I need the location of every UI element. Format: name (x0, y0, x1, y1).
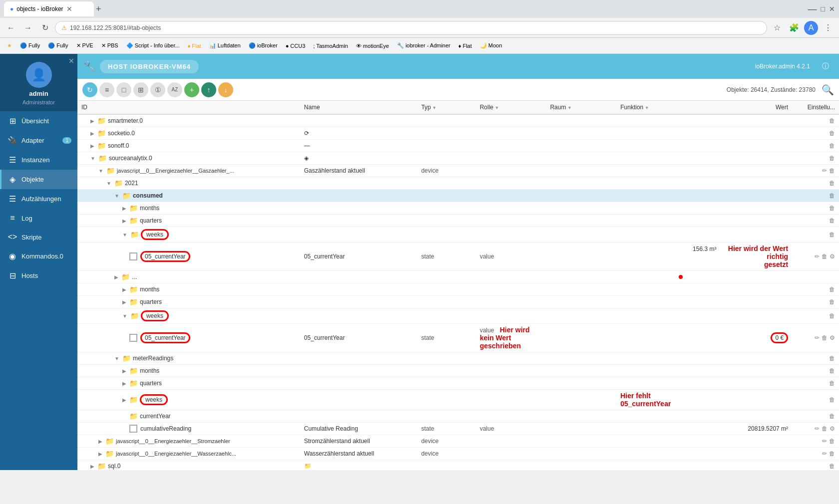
delete-btn[interactable]: 🗑 (829, 180, 835, 187)
new-tab-button[interactable]: + (96, 4, 101, 14)
settings-btn[interactable]: ⚙ (830, 334, 835, 341)
table-row[interactable]: ▼📁weeks 🗑 (77, 308, 839, 324)
bookmark-ccu3[interactable]: ● CCU3 (283, 42, 309, 50)
refresh-button[interactable]: ↻ (82, 82, 97, 97)
list-view-button[interactable]: ≡ (99, 82, 114, 97)
bookmark-adminer[interactable]: 🔧 iobroker - Adminer (394, 41, 453, 50)
sidebar-item-kommandos[interactable]: ◉ Kommandos.0 (0, 247, 77, 266)
table-row[interactable]: cumulativeReading Cumulative Reading sta… (77, 423, 839, 435)
expand-btn[interactable]: ▶ (121, 205, 127, 212)
delete-btn[interactable]: 🗑 (829, 142, 835, 149)
add-button[interactable]: + (184, 82, 199, 97)
table-row-selected[interactable]: ▼📁consumed 🗑 (77, 190, 839, 202)
delete-btn[interactable]: 🗑 (829, 217, 835, 224)
expand-btn[interactable]: ▶ (97, 450, 103, 458)
table-row[interactable]: ▶📁smartmeter.0 🗑 (77, 114, 839, 127)
sidebar-close-btn[interactable]: ✕ (68, 57, 74, 65)
sidebar-item-overview[interactable]: ⊞ Übersicht (0, 111, 77, 131)
reload-button[interactable]: ↻ (38, 21, 52, 35)
delete-btn[interactable]: 🗑 (829, 450, 835, 457)
delete-btn[interactable]: 🗑 (829, 286, 835, 293)
table-row[interactable]: ▼📁2021 🗑 (77, 177, 839, 190)
expand-btn[interactable]: ▶ (121, 396, 127, 404)
delete-btn[interactable]: 🗑 (829, 205, 835, 212)
sidebar-item-objekte[interactable]: ◈ Objekte (0, 170, 77, 189)
table-row[interactable]: ▶📁... (77, 271, 839, 283)
delete-btn[interactable]: 🗑 (829, 463, 835, 470)
table-row[interactable]: ▼📁sourceanalytix.0 ◈ 🗑 (77, 152, 839, 165)
expand-btn[interactable]: ▼ (97, 167, 104, 175)
table-row[interactable]: 📁currentYear 🗑 (77, 410, 839, 423)
col-rolle[interactable]: Rolle (476, 101, 546, 114)
delete-btn[interactable]: 🗑 (822, 253, 828, 260)
delete-btn[interactable]: 🗑 (822, 425, 828, 432)
expand-btn[interactable]: ▼ (113, 355, 120, 362)
edit-btn[interactable]: ✏ (815, 425, 820, 432)
delete-btn[interactable]: 🗑 (829, 413, 835, 420)
expand-btn[interactable]: ▶ (121, 380, 127, 387)
edit-btn[interactable]: ✏ (822, 167, 827, 174)
settings-btn[interactable]: ⚙ (830, 425, 835, 432)
info-button[interactable]: ⓘ (818, 59, 833, 74)
edit-btn[interactable]: ✏ (815, 253, 820, 260)
search-icon[interactable]: 🔍 (822, 84, 834, 96)
bookmark-star-item[interactable]: ★ (4, 41, 15, 50)
expand-btn[interactable]: ▶ (121, 298, 127, 306)
table-row[interactable]: ▶📁months 🗑 (77, 283, 839, 296)
bookmark-flat[interactable]: ♦ Flat (185, 42, 204, 50)
sort-az-button[interactable]: AZ (167, 82, 182, 97)
bookmark-pbs[interactable]: ✕ PBS (98, 41, 121, 50)
table-row[interactable]: 05_currentYear 05_currentYear state valu… (77, 243, 839, 271)
delete-btn[interactable]: 🗑 (829, 155, 835, 162)
bookmark-iobroker[interactable]: 🔵 ioBroker (246, 41, 281, 50)
sidebar-item-skripte[interactable]: <> Skripte (0, 228, 77, 247)
delete-btn[interactable]: 🗑 (829, 231, 835, 238)
expand-btn[interactable]: ▼ (89, 155, 96, 162)
expand-btn[interactable]: ▶ (89, 130, 95, 137)
expand-btn[interactable]: ▶ (121, 286, 127, 293)
checkbox[interactable] (129, 334, 137, 342)
expand-btn[interactable]: ▶ (89, 142, 95, 150)
sidebar-item-instanzen[interactable]: ☰ Instanzen (0, 150, 77, 170)
bookmark-tasmo[interactable]: ; TasmoAdmin (310, 42, 351, 50)
minimize-btn[interactable]: — (808, 4, 817, 14)
table-row[interactable]: ▼📁meterReadings 🗑 (77, 352, 839, 365)
export-button[interactable]: ↓ (218, 82, 233, 97)
delete-btn[interactable]: 🗑 (822, 334, 828, 341)
delete-btn[interactable]: 🗑 (829, 396, 835, 403)
view-btn2[interactable]: ⊞ (133, 82, 148, 97)
delete-btn[interactable]: 🗑 (829, 192, 835, 199)
back-button[interactable]: ← (4, 21, 18, 35)
tab-close-btn[interactable]: ✕ (66, 5, 72, 13)
edit-btn[interactable]: ✏ (822, 450, 827, 457)
delete-btn[interactable]: 🗑 (829, 380, 835, 387)
delete-btn[interactable]: 🗑 (829, 355, 835, 362)
sidebar-item-hosts[interactable]: ⊟ Hosts (0, 266, 77, 285)
checkbox[interactable] (129, 425, 137, 433)
expand-btn[interactable]: ▶ (89, 463, 95, 470)
bookmark-moon[interactable]: 🌙 Moon (477, 41, 505, 50)
bookmark-pve[interactable]: ✕ PVE (73, 41, 96, 50)
table-row[interactable]: ▶📁javascript__0__Energiezaehler__Stromza… (77, 435, 839, 448)
table-row[interactable]: ▶📁quarters 🗑 (77, 377, 839, 390)
bookmark-script[interactable]: 🔷 Script - Info über... (123, 41, 183, 50)
expand-btn[interactable]: ▼ (121, 231, 128, 239)
delete-btn[interactable]: 🗑 (829, 438, 835, 445)
delete-btn[interactable]: 🗑 (829, 167, 835, 174)
menu-btn[interactable]: ⋮ (821, 21, 835, 35)
expand-btn[interactable]: ▶ (121, 367, 127, 375)
extensions-btn[interactable]: 🧩 (787, 21, 801, 35)
col-typ[interactable]: Typ (417, 101, 475, 114)
expand-btn[interactable]: ▼ (113, 192, 120, 200)
close-btn[interactable]: ✕ (829, 5, 835, 13)
browser-tab[interactable]: ● objects - ioBroker ✕ (4, 1, 94, 16)
bookmark-motioneye[interactable]: 👁 motionEye (353, 42, 392, 50)
sidebar-item-adapter[interactable]: 🔌 Adapter 1 (0, 131, 77, 150)
forward-button[interactable]: → (21, 21, 35, 35)
bookmark-luftdaten[interactable]: 📊 Luftdaten (206, 41, 244, 50)
delete-btn[interactable]: 🗑 (829, 312, 835, 319)
expand-btn[interactable]: ▶ (89, 117, 95, 125)
table-row[interactable]: ▶📁weeks Hier fehlt 05_currentYear 🗑 (77, 390, 839, 410)
table-row[interactable]: ▶📁months 🗑 (77, 202, 839, 215)
col-funktion[interactable]: Funktion (616, 101, 687, 114)
